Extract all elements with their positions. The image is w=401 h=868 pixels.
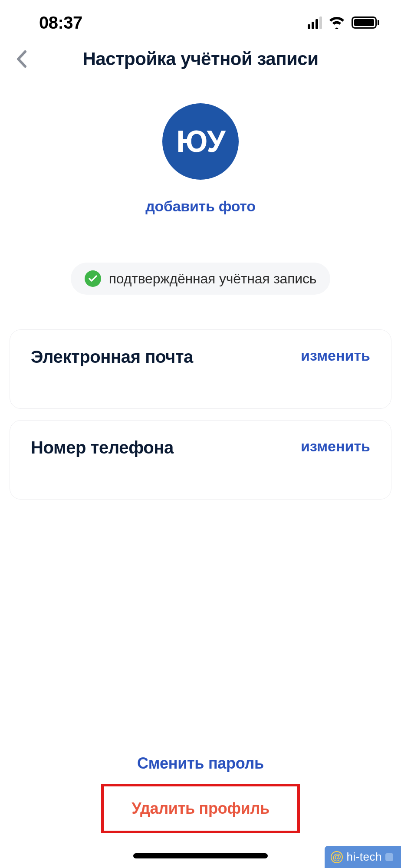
avatar-initials: ЮУ	[176, 124, 225, 159]
square-icon	[385, 853, 393, 861]
status-bar: 08:37	[0, 0, 401, 40]
email-card: Электронная почта изменить	[10, 329, 391, 409]
profile-section: ЮУ добавить фото подтверждённая учётная …	[0, 82, 401, 295]
settings-cards: Электронная почта изменить Номер телефон…	[0, 295, 401, 500]
watermark-text: hi-tech	[346, 850, 382, 864]
delete-profile-link[interactable]: Удалить профиль	[131, 799, 270, 818]
at-icon: @	[331, 851, 343, 863]
phone-card: Номер телефона изменить	[10, 420, 391, 500]
cellular-signal-icon	[308, 16, 322, 29]
email-card-title: Электронная почта	[31, 347, 193, 367]
wifi-icon	[328, 16, 345, 29]
chevron-left-icon	[15, 50, 28, 68]
avatar[interactable]: ЮУ	[162, 103, 239, 180]
status-time: 08:37	[39, 13, 82, 33]
back-button[interactable]	[15, 50, 28, 68]
phone-card-title: Номер телефона	[31, 438, 174, 457]
add-photo-link[interactable]: добавить фото	[145, 198, 255, 215]
nav-header: Настройка учётной записи	[0, 40, 401, 82]
verification-text: подтверждённая учётная запись	[109, 271, 317, 287]
watermark: @ hi-tech	[325, 846, 401, 868]
status-icons	[308, 16, 379, 29]
email-change-link[interactable]: изменить	[301, 347, 370, 364]
change-password-link[interactable]: Сменить пароль	[137, 754, 264, 773]
battery-icon	[352, 16, 379, 29]
home-indicator[interactable]	[133, 853, 268, 858]
check-circle-icon	[85, 270, 101, 287]
bottom-links: Сменить пароль Удалить профиль	[0, 754, 401, 833]
verification-badge: подтверждённая учётная запись	[71, 263, 331, 295]
delete-profile-highlight: Удалить профиль	[101, 784, 300, 833]
phone-change-link[interactable]: изменить	[301, 438, 370, 455]
page-title: Настройка учётной записи	[15, 49, 386, 69]
